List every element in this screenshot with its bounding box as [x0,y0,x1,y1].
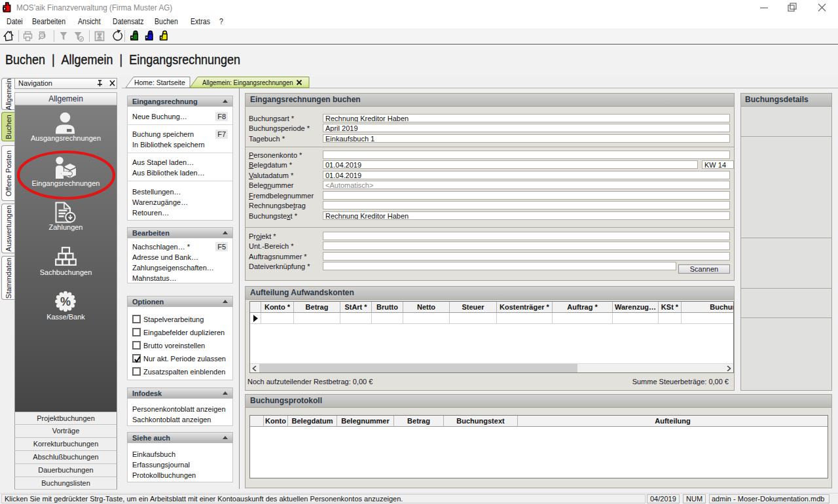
svg-text:%: % [60,295,71,308]
